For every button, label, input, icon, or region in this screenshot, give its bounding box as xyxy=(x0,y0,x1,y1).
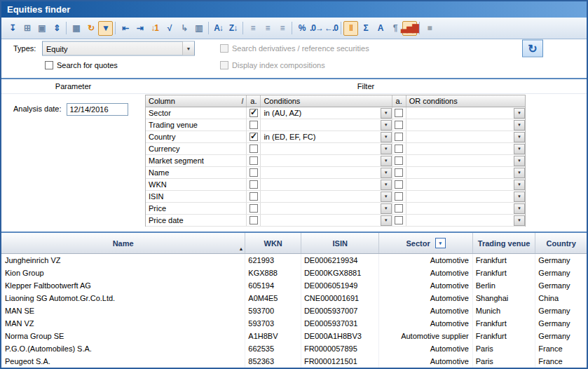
chevron-down-icon[interactable]: ▼ xyxy=(381,203,392,214)
column-filter-button[interactable]: ▾ xyxy=(435,238,446,248)
filter-column-name[interactable]: Market segment xyxy=(146,155,247,166)
chevron-down-icon[interactable]: ▼ xyxy=(514,108,525,119)
filter-or-checkbox[interactable] xyxy=(392,215,406,226)
table-row[interactable]: P.G.O.(Automobiles) S.A.662535FR00000578… xyxy=(1,342,587,355)
chevron-down-icon[interactable]: ▼ xyxy=(381,168,392,178)
filter-and-checkbox[interactable] xyxy=(247,203,261,214)
filter-and-checkbox[interactable] xyxy=(247,179,261,190)
filter-and-checkbox[interactable] xyxy=(247,131,261,142)
table-row[interactable]: MAN VZ593703DE0005937031AutomotiveFrankf… xyxy=(1,317,587,330)
filter-and-checkbox[interactable] xyxy=(247,119,261,130)
chevron-down-icon[interactable]: ▼ xyxy=(514,156,525,166)
refresh-button[interactable]: ↻ xyxy=(522,40,543,58)
filter-and-checkbox[interactable] xyxy=(247,191,261,202)
filter-and-checkbox[interactable] xyxy=(247,143,261,154)
drill-down-icon[interactable]: ↳ xyxy=(177,21,191,36)
import-icon[interactable]: ↧ xyxy=(5,21,20,36)
decrease-decimal-icon[interactable]: ←.0 xyxy=(324,21,339,36)
square-root-icon[interactable]: √ xyxy=(162,21,177,36)
chevron-down-icon[interactable]: ▼ xyxy=(381,156,392,166)
chevron-down-icon[interactable]: ▼ xyxy=(514,132,525,142)
filter-column-name[interactable]: Price xyxy=(146,203,247,214)
filter-or-condition-cell[interactable]: ▼ xyxy=(406,215,525,226)
filter-header-conditions[interactable]: Conditions xyxy=(261,95,392,107)
filter-and-checkbox[interactable] xyxy=(247,167,261,178)
sort-ascending-icon[interactable]: A↓ xyxy=(211,21,226,36)
filter-column-name[interactable]: Trading venue xyxy=(146,119,247,130)
title-bar[interactable]: Equities finder xyxy=(1,1,587,18)
filter-or-checkbox[interactable] xyxy=(392,179,406,190)
table-row[interactable]: Jungheinrich VZ621993DE0006219934Automot… xyxy=(1,254,587,267)
filter-column-name[interactable]: Name xyxy=(146,167,247,178)
filter-column-name[interactable]: Currency xyxy=(146,143,247,154)
filter-or-condition-cell[interactable]: ▼ xyxy=(406,119,525,130)
expand-rows-icon[interactable]: ⇕ xyxy=(49,21,64,36)
goto-start-icon[interactable]: ⇤ xyxy=(118,21,132,36)
sum-icon[interactable]: Σ xyxy=(358,21,373,36)
table-row[interactable]: Klepper Faltbootwerft AG605194DE00060519… xyxy=(1,279,587,292)
chevron-down-icon[interactable]: ▼ xyxy=(381,144,392,154)
filter-header-column[interactable]: Column / xyxy=(146,95,247,107)
stop-icon[interactable]: ■ xyxy=(422,21,437,36)
filter-or-checkbox[interactable] xyxy=(392,191,406,202)
filter-and-checkbox[interactable] xyxy=(247,107,261,119)
refresh-icon[interactable]: ↻ xyxy=(83,21,98,36)
column-header-sector[interactable]: Sector ▾ xyxy=(379,233,472,253)
filter-condition-cell[interactable]: ▼ xyxy=(261,167,392,178)
sort-number-icon[interactable]: ↓1 xyxy=(147,21,162,36)
columns-icon[interactable]: ▥ xyxy=(191,21,206,36)
filter-condition-cell[interactable]: ▼ xyxy=(261,203,392,214)
filter-or-checkbox[interactable] xyxy=(392,107,406,119)
chevron-down-icon[interactable]: ▼ xyxy=(381,215,392,226)
filter-condition-cell[interactable]: in (ED, EF, FC)▼ xyxy=(261,131,392,142)
column-header-trading-venue[interactable]: Trading venue xyxy=(473,233,536,253)
chevron-down-icon[interactable]: ▼ xyxy=(381,180,392,190)
filter-or-checkbox[interactable] xyxy=(392,143,406,154)
filter-and-checkbox[interactable] xyxy=(247,215,261,226)
filter-or-condition-cell[interactable]: ▼ xyxy=(406,203,525,214)
chevron-down-icon[interactable]: ▼ xyxy=(514,203,525,214)
align-right-icon[interactable]: ≡ xyxy=(275,21,289,36)
column-header-name[interactable]: Name ▲ xyxy=(1,233,245,253)
filter-condition-cell[interactable]: ▼ xyxy=(261,215,392,226)
filter-or-condition-cell[interactable]: ▼ xyxy=(406,191,525,202)
types-dropdown[interactable]: Equity ▼ xyxy=(42,41,195,56)
filter-header-and[interactable]: a. xyxy=(247,95,261,107)
filter-condition-cell[interactable]: ▼ xyxy=(261,155,392,166)
display-index-checkbox[interactable]: Display index compositions xyxy=(220,61,325,69)
align-center-icon[interactable]: ≡ xyxy=(260,21,275,36)
chevron-down-icon[interactable]: ▼ xyxy=(514,144,525,154)
search-derivatives-checkbox[interactable]: Search derivatives / reference securitie… xyxy=(220,44,369,53)
filter-column-name[interactable]: ISIN xyxy=(146,191,247,202)
filter-or-condition-cell[interactable]: ▼ xyxy=(406,167,525,178)
table-row[interactable]: Kion GroupKGX888DE000KGX8881AutomotiveFr… xyxy=(1,267,587,279)
filter-and-checkbox[interactable] xyxy=(247,155,261,166)
chevron-down-icon[interactable]: ▼ xyxy=(381,192,392,202)
analysis-date-input[interactable] xyxy=(67,103,128,116)
column-header-country[interactable]: Country xyxy=(535,233,587,253)
filter-or-condition-cell[interactable]: ▼ xyxy=(406,107,525,119)
table-row[interactable]: MAN SE593700DE0005937007AutomotiveMunich… xyxy=(1,304,587,317)
filter-or-condition-cell[interactable]: ▼ xyxy=(406,179,525,190)
table-row[interactable]: Norma Group SEA1H8BVDE000A1H8BV3Automoti… xyxy=(1,330,587,342)
chevron-down-icon[interactable]: ▼ xyxy=(182,42,194,55)
chevron-down-icon[interactable]: ▼ xyxy=(514,215,525,226)
chevron-down-icon[interactable]: ▼ xyxy=(514,120,525,130)
filter-header-or-conditions[interactable]: OR conditions xyxy=(406,95,525,107)
increase-decimal-icon[interactable]: .0→ xyxy=(309,21,324,36)
filter-or-condition-cell[interactable]: ▼ xyxy=(406,155,525,166)
filter-condition-cell[interactable]: ▼ xyxy=(261,179,392,190)
filter-column-name[interactable]: Price date xyxy=(146,215,247,226)
percent-icon[interactable]: % xyxy=(294,21,309,36)
filter-condition-cell[interactable]: ▼ xyxy=(261,119,392,130)
chevron-down-icon[interactable]: ▼ xyxy=(514,168,525,178)
table-row[interactable]: Peugeot S.A.852363FR0000121501Automotive… xyxy=(1,355,587,368)
filter-or-condition-cell[interactable]: ▼ xyxy=(406,131,525,142)
calendar-icon[interactable]: ▦ xyxy=(69,21,83,36)
search-quotes-checkbox[interactable]: Search for quotes xyxy=(45,61,118,69)
filter-or-condition-cell[interactable]: ▼ xyxy=(406,143,525,154)
filter-column-name[interactable]: Country xyxy=(146,131,247,142)
sort-descending-icon[interactable]: Z↓ xyxy=(226,21,240,36)
cascade-window-icon[interactable]: ▣ xyxy=(34,21,49,36)
filter-condition-cell[interactable]: in (AU, AZ)▼ xyxy=(261,107,392,119)
